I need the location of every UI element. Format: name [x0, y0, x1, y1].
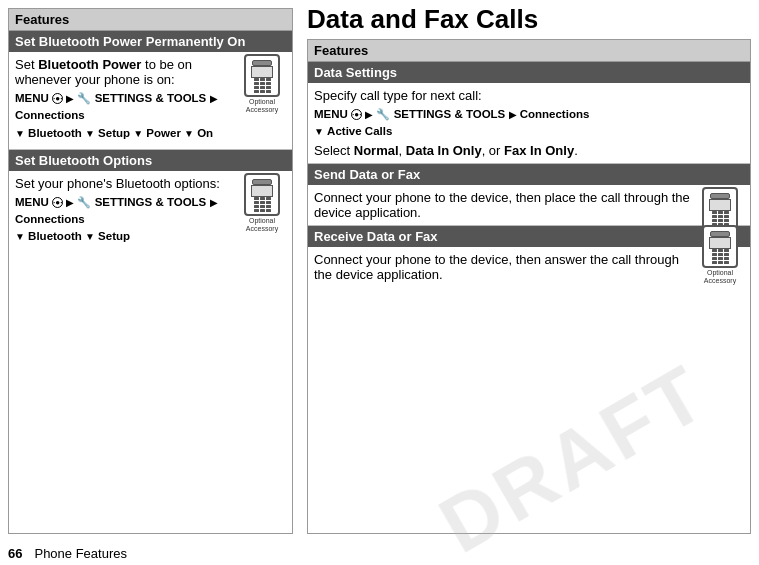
lp-content-intro-1: Set [15, 57, 38, 72]
lp-section-header-1: Set Bluetooth Power Permanently On [9, 31, 292, 52]
right-section-header-3: Receive Data or Fax [308, 226, 750, 247]
right-content-text-3: Connect your phone to the device, then a… [314, 252, 694, 282]
footer-text: Phone Features [34, 546, 127, 561]
left-features-header: Features [9, 9, 292, 31]
right-section-header-2: Send Data or Fax [308, 164, 750, 185]
accessory-icon-4: OptionalAccessory [696, 229, 744, 281]
lp-content-bold-1: Bluetooth Power [38, 57, 141, 72]
right-select-text-1: Select Normal, Data In Only, or Fax In O… [314, 143, 744, 158]
right-content-1: Specify call type for next call: MENU ·●… [308, 83, 750, 164]
left-panel: Features Set Bluetooth Power Permanently… [8, 8, 293, 534]
right-panel: Data and Fax Calls Features Data Setting… [299, 0, 759, 542]
lp-content-1: Set Bluetooth Power to be on whenever yo… [9, 52, 292, 150]
lp-section-header-2: Set Bluetooth Options [9, 150, 292, 171]
lp-content-text-1: Set Bluetooth Power to be on whenever yo… [15, 57, 236, 87]
right-content-text-1: Specify call type for next call: [314, 88, 744, 103]
right-content-2: Connect your phone to the device, then p… [308, 185, 750, 226]
lp-content-text-2: Set your phone's Bluetooth options: [15, 176, 236, 191]
right-content-text-2: Connect your phone to the device, then p… [314, 190, 694, 220]
lp-menu-path-2: MENU ·●· ▶ 🔧 SETTINGS & TOOLS ▶ Connecti… [15, 194, 236, 246]
lp-content-2: Set your phone's Bluetooth options: MENU… [9, 171, 292, 253]
right-section-header-1: Data Settings [308, 62, 750, 83]
accessory-icon-2: OptionalAccessory [238, 177, 286, 229]
right-content-3: Connect your phone to the device, then a… [308, 247, 750, 287]
lp-menu-path-1: MENU ·●· ▶ 🔧 SETTINGS & TOOLS ▶ Connecti… [15, 90, 236, 142]
accessory-icon-1: OptionalAccessory [238, 58, 286, 110]
right-features-header: Features [308, 40, 750, 62]
right-menu-path-1: MENU ·●· ▶ 🔧 SETTINGS & TOOLS ▶ Connecti… [314, 106, 744, 141]
page-number: 66 [8, 546, 22, 561]
page-footer: 66 Phone Features [0, 542, 759, 565]
right-table: Features Data Settings Specify call type… [307, 39, 751, 534]
page-title: Data and Fax Calls [307, 0, 751, 35]
